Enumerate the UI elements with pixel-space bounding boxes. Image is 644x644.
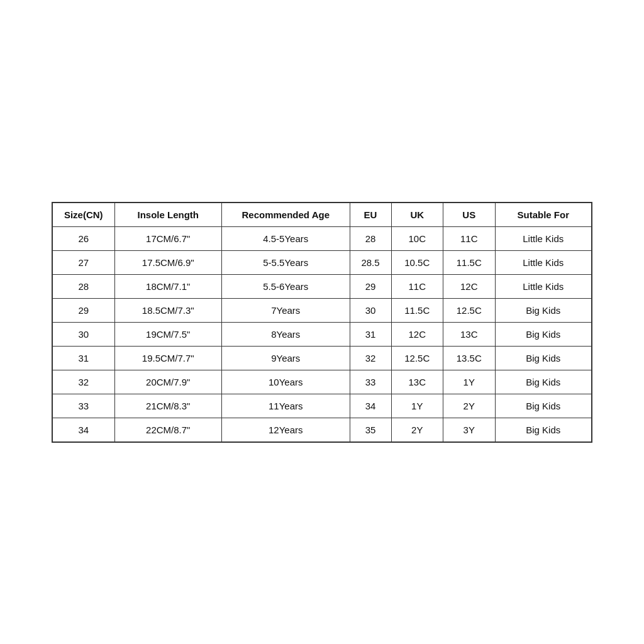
table-cell: 12C [443,274,496,298]
table-cell: 5-5.5Years [222,250,350,274]
table-cell: 29 [52,298,114,322]
table-cell: Big Kids [495,322,592,346]
table-cell: 5.5-6Years [222,274,350,298]
page-wrapper: Size(CN) Insole Length Recommended Age E… [0,0,644,644]
table-cell: 2Y [443,394,496,418]
table-cell: 13C [443,322,496,346]
table-cell: Big Kids [495,298,592,322]
table-cell: 18CM/7.1" [114,274,222,298]
table-cell: Little Kids [495,226,592,250]
table-cell: 35 [350,418,391,442]
table-cell: 11C [443,226,496,250]
table-cell: 17.5CM/6.9" [114,250,222,274]
table-cell: 32 [52,370,114,394]
table-cell: Big Kids [495,418,592,442]
header-uk: UK [391,203,443,227]
table-cell: 28 [350,226,391,250]
table-cell: 19CM/7.5" [114,322,222,346]
table-row: 3119.5CM/7.7"9Years3212.5C13.5CBig Kids [52,346,592,370]
table-row: 3019CM/7.5"8Years3112C13CBig Kids [52,322,592,346]
header-suitable: Sutable For [495,203,592,227]
table-cell: 11.5C [443,250,496,274]
header-age: Recommended Age [222,203,350,227]
table-cell: Big Kids [495,346,592,370]
table-cell: Little Kids [495,274,592,298]
table-cell: 8Years [222,322,350,346]
table-row: 2617CM/6.7"4.5-5Years2810C11CLittle Kids [52,226,592,250]
header-eu: EU [350,203,391,227]
table-header-row: Size(CN) Insole Length Recommended Age E… [52,203,592,227]
table-cell: 4.5-5Years [222,226,350,250]
table-cell: 17CM/6.7" [114,226,222,250]
table-row: 2818CM/7.1"5.5-6Years2911C12CLittle Kids [52,274,592,298]
table-cell: Big Kids [495,370,592,394]
header-us: US [443,203,496,227]
table-cell: 11Years [222,394,350,418]
table-cell: 30 [350,298,391,322]
table-cell: 18.5CM/7.3" [114,298,222,322]
table-row: 3321CM/8.3"11Years341Y2YBig Kids [52,394,592,418]
table-row: 3220CM/7.9"10Years3313C1YBig Kids [52,370,592,394]
table-cell: 9Years [222,346,350,370]
table-cell: 10C [391,226,443,250]
table-cell: 20CM/7.9" [114,370,222,394]
table-cell: 21CM/8.3" [114,394,222,418]
table-cell: 31 [350,322,391,346]
table-cell: 12C [391,322,443,346]
table-cell: 26 [52,226,114,250]
header-size: Size(CN) [52,203,114,227]
table-cell: 28.5 [350,250,391,274]
table-cell: 19.5CM/7.7" [114,346,222,370]
table-cell: 27 [52,250,114,274]
table-row: 2717.5CM/6.9"5-5.5Years28.510.5C11.5CLit… [52,250,592,274]
table-cell: 30 [52,322,114,346]
table-cell: 3Y [443,418,496,442]
table-cell: Big Kids [495,394,592,418]
table-cell: 11.5C [391,298,443,322]
table-cell: 34 [350,394,391,418]
table-cell: 33 [350,370,391,394]
table-cell: 2Y [391,418,443,442]
table-row: 2918.5CM/7.3"7Years3011.5C12.5CBig Kids [52,298,592,322]
table-cell: 28 [52,274,114,298]
table-cell: 11C [391,274,443,298]
table-cell: 1Y [391,394,443,418]
table-cell: Little Kids [495,250,592,274]
table-cell: 13.5C [443,346,496,370]
size-chart-container: Size(CN) Insole Length Recommended Age E… [52,202,592,443]
size-chart-table: Size(CN) Insole Length Recommended Age E… [52,202,592,443]
table-cell: 12Years [222,418,350,442]
table-cell: 12.5C [391,346,443,370]
table-cell: 34 [52,418,114,442]
table-cell: 33 [52,394,114,418]
table-cell: 1Y [443,370,496,394]
table-cell: 31 [52,346,114,370]
table-row: 3422CM/8.7"12Years352Y3YBig Kids [52,418,592,442]
table-cell: 7Years [222,298,350,322]
table-cell: 32 [350,346,391,370]
table-cell: 10Years [222,370,350,394]
table-cell: 13C [391,370,443,394]
table-cell: 29 [350,274,391,298]
table-cell: 12.5C [443,298,496,322]
table-cell: 22CM/8.7" [114,418,222,442]
header-insole: Insole Length [114,203,222,227]
table-cell: 10.5C [391,250,443,274]
